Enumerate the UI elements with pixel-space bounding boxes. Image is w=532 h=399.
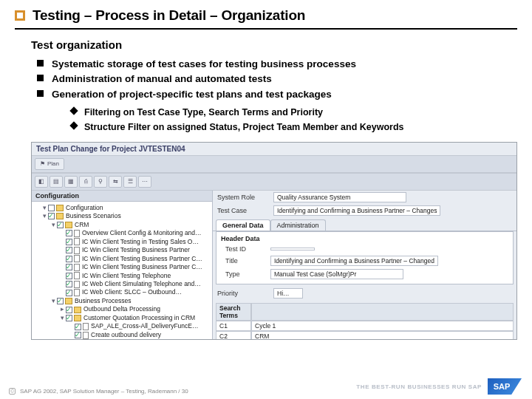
- toolbar-icon[interactable]: ◧: [35, 176, 48, 188]
- tree-row[interactable]: ▾Customer Quotation Processing in CRM: [33, 314, 211, 322]
- tree-row[interactable]: IC Web Client Simulating Telephone and…: [33, 280, 211, 288]
- search-head-blank: [251, 303, 514, 321]
- title-rule: [15, 28, 517, 30]
- tree-checkbox[interactable]: [66, 281, 72, 287]
- tree-row[interactable]: Create outbound delivery: [33, 331, 211, 339]
- tree-label: CRM: [75, 221, 89, 228]
- document-icon: [74, 264, 80, 271]
- plan-button[interactable]: ⚑Plan: [35, 158, 64, 170]
- document-icon: [74, 289, 80, 296]
- priority-label: Priority: [217, 290, 269, 297]
- tree-checkbox[interactable]: [48, 205, 55, 211]
- copyright-icon: ©: [9, 388, 16, 395]
- search-value-cell[interactable]: CRM: [251, 331, 514, 340]
- twisty-icon[interactable]: ▾: [41, 204, 48, 212]
- test-id-input[interactable]: [270, 248, 315, 250]
- priority-row: Priority Hi…: [213, 287, 516, 300]
- tree-checkbox[interactable]: [66, 290, 72, 296]
- test-case-row: Test Case Identifying and Confirming a B…: [213, 204, 516, 217]
- bullet-item: Systematic storage of test cases for tes…: [37, 57, 501, 72]
- tree-row[interactable]: IC Web Client: SLCC – Outbound…: [33, 288, 211, 296]
- system-role-row: System Role Quality Assurance System: [213, 191, 516, 204]
- tree-checkbox[interactable]: [66, 230, 72, 236]
- folder-icon: [65, 222, 72, 228]
- brand-tagline: THE BEST-RUN BUSINESSES RUN SAP: [356, 383, 482, 390]
- tree-checkbox[interactable]: [66, 264, 72, 270]
- tree-label: IC Win Client Testing Telephone: [82, 272, 171, 279]
- config-tree[interactable]: ▾Configuration▾Business Scenarios▾CRMOve…: [32, 202, 212, 340]
- tree-row[interactable]: SAP_ALE_Cross-All_DeliveryFuncE…: [33, 322, 211, 330]
- tree-row[interactable]: Overview Client Config & Monitoring and…: [33, 229, 211, 237]
- plan-label: Plan: [47, 160, 59, 167]
- tree-panel-title: Configuration: [32, 191, 212, 202]
- tree-checkbox[interactable]: [66, 315, 72, 321]
- tree-row[interactable]: ▾Business Processes: [33, 297, 211, 305]
- title-input[interactable]: Identifying and Confirming a Business Pa…: [270, 256, 438, 266]
- test-case-value[interactable]: Identifying and Confirming a Business Pa…: [273, 205, 440, 216]
- twisty-icon[interactable]: ▾: [58, 314, 66, 322]
- toolbar-icon[interactable]: ▤: [50, 176, 63, 188]
- tree-label: Overview Client Config & Monitoring and…: [82, 229, 202, 236]
- tab-general-data[interactable]: General Data: [216, 219, 270, 231]
- app-toolbar-2: ◧ ▤ ▦ ⎙ ⚲ ⇆ ☰ ⋯: [32, 173, 516, 191]
- tree-row[interactable]: IC Win Client Testing Business Partner: [33, 246, 211, 254]
- tree-checkbox[interactable]: [75, 324, 81, 330]
- tree-row[interactable]: ▾Business Scenarios: [33, 212, 211, 220]
- flag-icon: ⚑: [40, 160, 45, 167]
- tree-panel: Configuration ▾Configuration▾Business Sc…: [32, 191, 213, 340]
- system-role-label: System Role: [217, 194, 269, 201]
- toolbar-icon[interactable]: ⎙: [79, 176, 92, 188]
- toolbar-icon[interactable]: ⇆: [109, 176, 122, 188]
- tree-label: Outbound Delta Processing: [83, 305, 160, 313]
- document-icon: [83, 332, 89, 339]
- tree-checkbox[interactable]: [48, 213, 55, 219]
- twisty-icon[interactable]: ▾: [50, 221, 57, 229]
- tree-label: Business Processes: [75, 297, 132, 304]
- title-ornament: [15, 10, 25, 21]
- document-icon: [74, 247, 80, 254]
- tree-row[interactable]: IC Win Client Testing in Testing Sales O…: [33, 238, 211, 246]
- tree-checkbox[interactable]: [66, 239, 72, 245]
- toolbar-icon[interactable]: ☰: [123, 176, 137, 188]
- tree-row[interactable]: ▾Configuration: [33, 204, 211, 212]
- tree-row[interactable]: IC Win Client Testing Telephone: [33, 272, 211, 280]
- toolbar-icon[interactable]: ⚲: [94, 176, 107, 188]
- tab-administration[interactable]: Administration: [270, 219, 326, 231]
- tree-row[interactable]: ▸Outbound Delta Processing: [33, 305, 211, 313]
- form-section-head: Header Data: [221, 235, 508, 242]
- type-input[interactable]: Manual Test Case (SolMgr)Pr: [270, 269, 403, 279]
- folder-icon: [56, 205, 64, 211]
- tree-checkbox[interactable]: [66, 273, 72, 279]
- twisty-icon[interactable]: ▾: [50, 297, 57, 305]
- tree-row[interactable]: IC Win Client Testing Business Partner C…: [33, 255, 211, 263]
- tree-checkbox[interactable]: [66, 307, 72, 313]
- search-value-cell[interactable]: Cycle 1: [251, 321, 514, 331]
- document-icon: [83, 323, 89, 330]
- folder-icon: [74, 307, 81, 313]
- tree-checkbox[interactable]: [57, 298, 64, 304]
- search-head: Search Terms: [216, 303, 251, 321]
- priority-input[interactable]: Hi…: [273, 288, 303, 299]
- sap-logo: SAP: [488, 378, 522, 395]
- twisty-icon[interactable]: ▸: [58, 305, 66, 313]
- tree-checkbox[interactable]: [75, 332, 81, 338]
- tree-label: IC Win Client Testing Business Partner C…: [82, 255, 202, 262]
- toolbar-icon[interactable]: ⋯: [138, 176, 151, 188]
- twisty-icon[interactable]: ▾: [41, 212, 48, 220]
- document-icon: [74, 255, 80, 262]
- table-row: C1Cycle 1: [216, 321, 514, 331]
- system-role-value[interactable]: Quality Assurance System: [273, 192, 406, 202]
- toolbar-icon[interactable]: ▦: [64, 176, 78, 188]
- slide-footer: © SAP AG 2002, SAP Solution Manager – Te…: [9, 388, 188, 395]
- tree-row[interactable]: Identifying and Confirming a B…: [33, 339, 211, 340]
- tree-checkbox[interactable]: [66, 247, 72, 253]
- copyright-text: SAP AG 2002, SAP Solution Manager – Test…: [20, 388, 188, 395]
- search-key-cell: C1: [216, 321, 251, 331]
- tree-row[interactable]: IC Win Client Testing Business Partner C…: [33, 263, 211, 271]
- tree-row[interactable]: ▾CRM: [33, 221, 211, 229]
- tree-label: Business Scenarios: [66, 212, 121, 219]
- tree-checkbox[interactable]: [57, 222, 64, 228]
- tree-checkbox[interactable]: [66, 256, 72, 262]
- bullet-text: Generation of project-specific test plan…: [52, 89, 332, 100]
- document-icon: [74, 238, 80, 245]
